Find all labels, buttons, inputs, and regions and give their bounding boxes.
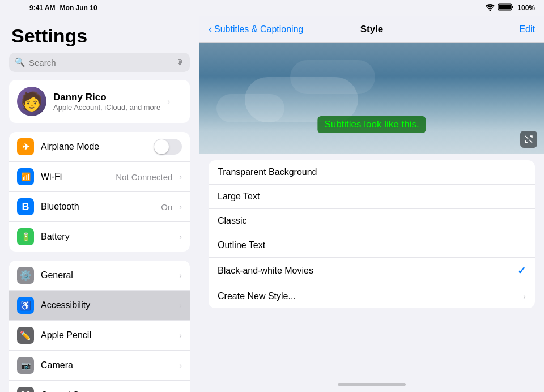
microphone-icon[interactable]: 🎙 [176, 58, 184, 67]
subtitle-preview: Subtitles look like this. [199, 43, 544, 154]
status-time: 9:41 AM [29, 4, 56, 12]
accessibility-label: Accessibility [41, 300, 172, 310]
settings-item-general[interactable]: ⚙️ General › [9, 261, 190, 291]
sidebar-title: Settings [0, 16, 199, 53]
svg-rect-2 [512, 6, 513, 8]
svg-line-13 [529, 140, 532, 143]
wifi-label: Wi-Fi [41, 172, 109, 182]
style-largetext-label: Large Text [218, 191, 526, 202]
camera-chevron: › [179, 361, 182, 370]
style-list: Transparent Background Large Text Classi… [199, 154, 544, 376]
settings-section-connectivity: ✈ Airplane Mode 📶 Wi-Fi Not Connected › [9, 132, 190, 252]
nav-edit-button[interactable]: Edit [519, 24, 535, 34]
svg-rect-3 [499, 5, 511, 10]
style-createnew-label: Create New Style... [218, 291, 523, 301]
battery-chevron: › [179, 232, 182, 241]
accessibility-icon: ♿ [17, 297, 34, 314]
settings-item-accessibility[interactable]: ♿ Accessibility › [9, 291, 190, 321]
status-bar-right: 100% [486, 3, 535, 12]
bluetooth-label: Bluetooth [41, 202, 154, 212]
nav-title: Style [360, 24, 384, 35]
svg-line-12 [525, 136, 528, 139]
right-panel: ‹ Subtitles & Captioning Style Edit Subt… [199, 16, 544, 392]
accessibility-chevron: › [179, 301, 182, 310]
user-subtitle: Apple Account, iCloud, and more [53, 103, 160, 112]
bluetooth-chevron: › [179, 202, 182, 211]
user-profile[interactable]: 🧑 Danny Rico Apple Account, iCloud, and … [9, 80, 190, 123]
settings-item-airplane[interactable]: ✈ Airplane Mode [9, 132, 190, 162]
back-label: Subtitles & Captioning [214, 24, 303, 35]
general-chevron: › [179, 271, 182, 280]
style-item-transparent[interactable]: Transparent Background [209, 160, 535, 185]
fullscreen-button[interactable] [520, 131, 537, 148]
home-indicator [338, 383, 406, 386]
wifi-chevron: › [179, 172, 182, 181]
wifi-icon [486, 4, 495, 12]
style-item-largetext[interactable]: Large Text [209, 185, 535, 209]
search-bar[interactable]: 🔍 🎙 [9, 53, 190, 72]
battery-label: Battery [41, 232, 172, 242]
status-bar-left: 9:41 AM Mon Jun 10 [29, 4, 97, 12]
style-item-classic[interactable]: Classic [209, 209, 535, 233]
cloud-decoration2 [216, 94, 284, 122]
applepencil-icon: ✏️ [17, 327, 34, 344]
style-outlinetext-label: Outline Text [218, 240, 526, 250]
search-input[interactable] [29, 58, 172, 67]
style-options-section: Transparent Background Large Text Classi… [209, 160, 535, 308]
settings-item-controlcenter[interactable]: Control Center › [9, 381, 190, 392]
settings-item-applepencil[interactable]: ✏️ Apple Pencil › [9, 321, 190, 351]
general-icon: ⚙️ [17, 267, 34, 284]
nav-edit-container: Edit [519, 24, 535, 35]
wifi-settings-icon: 📶 [17, 168, 34, 185]
style-item-createnew[interactable]: Create New Style... › [209, 284, 535, 308]
battery-percent: 100% [517, 4, 535, 12]
createnew-chevron-icon: › [523, 292, 526, 301]
airplane-toggle[interactable] [154, 139, 182, 155]
user-name: Danny Rico [53, 92, 160, 103]
general-label: General [41, 270, 172, 280]
search-icon: 🔍 [15, 57, 26, 67]
status-bar: 9:41 AM Mon Jun 10 100% [0, 0, 544, 16]
bluetooth-icon: B [17, 198, 34, 215]
back-chevron-icon: ‹ [209, 23, 212, 35]
bluetooth-value: On [161, 202, 172, 212]
chevron-right-icon: › [167, 97, 170, 106]
style-item-outlinetext[interactable]: Outline Text [209, 233, 535, 258]
camera-label: Camera [41, 360, 172, 370]
applepencil-label: Apple Pencil [41, 330, 172, 340]
applepencil-chevron: › [179, 331, 182, 340]
battery-settings-icon: 🔋 [17, 228, 34, 245]
nav-back-button[interactable]: ‹ Subtitles & Captioning [209, 23, 303, 35]
cloud-decoration3 [290, 60, 375, 94]
airplane-icon: ✈ [17, 138, 34, 155]
avatar: 🧑 [17, 87, 46, 116]
controlcenter-icon [17, 387, 34, 392]
settings-item-wifi[interactable]: 📶 Wi-Fi Not Connected › [9, 162, 190, 192]
checkmark-icon: ✓ [517, 265, 526, 277]
status-date: Mon Jun 10 [60, 4, 97, 12]
nav-bar: ‹ Subtitles & Captioning Style Edit [199, 16, 544, 43]
style-transparent-label: Transparent Background [218, 167, 526, 177]
camera-icon: 📷 [17, 357, 34, 374]
sidebar: Settings 🔍 🎙 🧑 Danny Rico Apple Account,… [0, 16, 199, 392]
style-bwmovies-label: Black-and-white Movies [218, 266, 517, 276]
settings-item-camera[interactable]: 📷 Camera › [9, 351, 190, 381]
battery-icon [498, 3, 514, 12]
settings-item-bluetooth[interactable]: B Bluetooth On › [9, 192, 190, 222]
settings-section-general: ⚙️ General › ♿ Accessibility › ✏️ Apple … [9, 261, 190, 392]
nav-bar-container: ‹ Subtitles & Captioning Style Edit [209, 23, 535, 35]
style-item-bwmovies[interactable]: Black-and-white Movies ✓ [209, 258, 535, 284]
subtitle-preview-text: Subtitles look like this. [317, 116, 426, 133]
main-layout: Settings 🔍 🎙 🧑 Danny Rico Apple Account,… [0, 16, 544, 392]
svg-point-0 [490, 9, 491, 11]
wifi-value: Not Connected [116, 172, 172, 182]
bottom-indicator [199, 376, 544, 392]
style-classic-label: Classic [218, 216, 526, 226]
airplane-label: Airplane Mode [41, 142, 147, 152]
user-info: Danny Rico Apple Account, iCloud, and mo… [53, 92, 160, 112]
settings-item-battery[interactable]: 🔋 Battery › [9, 222, 190, 252]
